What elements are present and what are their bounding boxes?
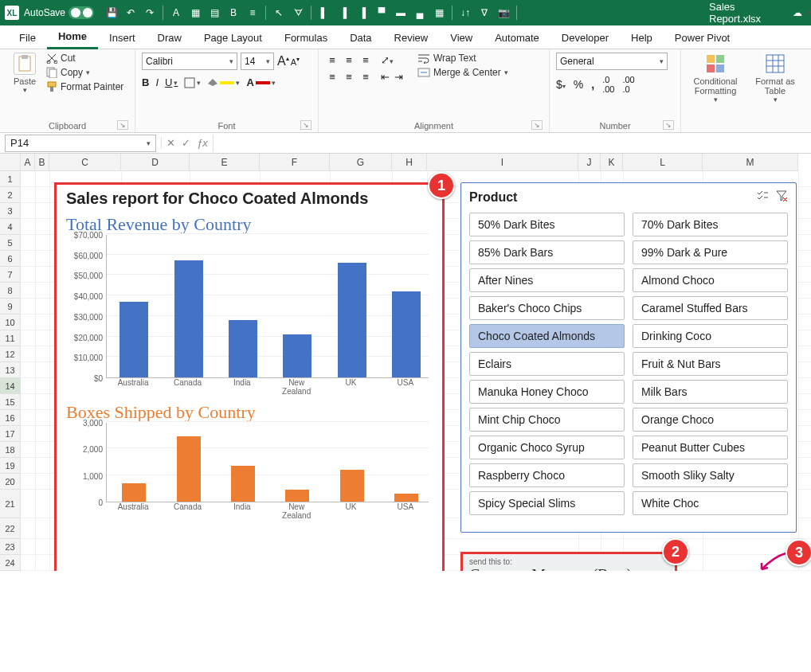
bar[interactable] [340,470,364,502]
decrease-indent-button[interactable]: ⇤ [381,71,390,83]
slicer-item[interactable]: 50% Dark Bites [469,213,625,236]
tab-review[interactable]: Review [383,27,440,49]
tab-insert[interactable]: Insert [98,27,147,49]
slicer-item[interactable]: Eclairs [469,352,625,376]
bar[interactable] [119,302,148,377]
font-color-button[interactable]: A▾ [246,76,275,88]
bold-icon[interactable]: B [225,5,241,21]
tab-data[interactable]: Data [339,27,382,49]
tab-home[interactable]: Home [47,25,98,49]
chart-boxes[interactable]: Boxes Shipped by Country 01,0002,0003,00… [66,402,433,518]
slicer-item[interactable]: Smooth Sliky Salty [633,463,788,487]
chart-revenue[interactable]: Total Revenue by Country $0$10,000$20,00… [66,214,433,394]
bold-button[interactable]: B [142,76,149,88]
conditional-formatting-button[interactable]: Conditional Formatting▾ [688,53,743,104]
chevron-down-icon[interactable]: ▾ [807,9,811,17]
slicer-item[interactable]: Almond Choco [633,268,788,292]
bar[interactable] [392,291,421,377]
accounting-format-button[interactable]: $▾ [556,78,566,91]
row-header[interactable]: 1 [0,171,21,187]
tab-help[interactable]: Help [620,27,664,49]
format-as-table-button[interactable]: Format as Table▾ [751,53,799,104]
slicer-item[interactable]: Drinking Coco [633,324,788,348]
indent-icon[interactable]: ≡ [245,5,261,21]
column-header[interactable]: L [623,154,703,171]
slicer-item[interactable]: 70% Dark Bites [633,213,788,236]
select-all-cell[interactable] [0,154,21,171]
bar[interactable] [338,263,366,377]
tab-page-layout[interactable]: Page Layout [193,27,273,49]
increase-font-icon[interactable]: A▴ [277,54,289,68]
slicer-item[interactable]: White Choc [633,491,788,515]
cut-button[interactable]: Cut [46,53,123,64]
chevron-down-icon[interactable]: ▾ [23,86,27,94]
align-top-icon[interactable]: ▀ [374,5,390,21]
fx-icon[interactable]: ƒx [197,137,208,149]
merge-center-button[interactable]: Merge & Center▾ [417,67,508,78]
column-header[interactable]: F [260,154,330,171]
copy-button[interactable]: Copy▾ [46,67,123,78]
row-header[interactable]: 15 [0,394,21,410]
slicer-item[interactable]: Orange Choco [633,408,788,432]
dialog-launcher-icon[interactable]: ↘ [300,120,311,130]
slicer-item[interactable]: Caramel Stuffed Bars [633,296,788,320]
border-icon[interactable]: ▦ [187,5,203,21]
row-header[interactable]: 20 [0,474,21,490]
formula-input[interactable] [213,135,811,152]
column-header[interactable]: M [703,154,798,171]
decrease-font-icon[interactable]: A▾ [291,56,300,67]
tab-view[interactable]: View [439,27,484,49]
row-header[interactable]: 14 [0,378,21,394]
funnel-icon[interactable]: ∇ [476,5,492,21]
slicer-item[interactable]: Baker's Choco Chips [469,296,625,320]
column-header[interactable]: B [35,154,49,171]
worksheet[interactable]: 123456789101112131415161718192021222324 … [0,154,811,571]
row-header[interactable]: 9 [0,299,21,315]
sort-asc-icon[interactable]: ↓↑ [457,5,473,21]
bar[interactable] [122,483,146,502]
fill-color-button[interactable]: ▾ [207,79,240,87]
camera-icon[interactable]: 📷 [496,5,511,21]
slicer-item[interactable]: Choco Coated Almonds [469,324,625,348]
row-header[interactable]: 11 [0,330,21,346]
row-header[interactable]: 23 [0,539,21,555]
column-header[interactable]: A [21,154,35,171]
product-slicer[interactable]: Product 50% Dark Bites70% Dark Bites85% … [460,182,797,533]
column-header[interactable]: D [121,154,190,171]
row-header[interactable]: 17 [0,426,21,442]
row-header[interactable]: 18 [0,442,21,458]
tab-power-pivot[interactable]: Power Pivot [664,27,741,49]
wrap-text-button[interactable]: Wrap Text [417,53,508,64]
comma-format-button[interactable]: , [591,78,594,91]
slicer-item[interactable]: Peanut Butter Cubes [633,436,788,459]
column-header[interactable]: H [392,154,427,171]
row-header[interactable]: 2 [0,187,21,203]
increase-decimal-button[interactable]: .0.00 [602,75,614,94]
decrease-decimal-button[interactable]: .00.0 [622,75,634,94]
align-bottom-icon[interactable]: ▄ [412,5,428,21]
slicer-item[interactable]: 85% Dark Bars [469,240,625,264]
dialog-launcher-icon[interactable]: ↘ [117,120,128,130]
column-header[interactable]: C [49,154,121,171]
tab-developer[interactable]: Developer [550,27,620,49]
row-header[interactable]: 22 [0,518,21,539]
autosave-toggle[interactable]: AutoSave On [24,6,94,19]
bar[interactable] [285,490,309,502]
paste-button[interactable]: Paste ▾ [6,53,43,94]
font-name-select[interactable]: Calibri▾ [142,53,237,70]
font-fill-icon[interactable]: A [168,5,184,21]
row-header[interactable]: 10 [0,315,21,330]
slicer-item[interactable]: Mint Chip Choco [469,408,625,432]
cursor-icon[interactable]: ↖ [271,5,287,21]
filter-funnel-icon[interactable]: ᗊ [290,5,306,21]
dialog-launcher-icon[interactable]: ↘ [531,120,543,130]
alignment-grid[interactable]: ≡≡≡ ≡≡≡ [325,53,373,84]
toggle-on-icon[interactable]: On [69,6,94,19]
row-header[interactable]: 19 [0,458,21,474]
cancel-formula-icon[interactable]: ✕ [167,137,175,149]
number-format-select[interactable]: General▾ [556,53,668,70]
tab-formulas[interactable]: Formulas [273,27,339,49]
tab-file[interactable]: File [8,27,47,49]
slicer-item[interactable]: Spicy Special Slims [469,491,625,515]
undo-icon[interactable]: ↶ [123,5,139,21]
